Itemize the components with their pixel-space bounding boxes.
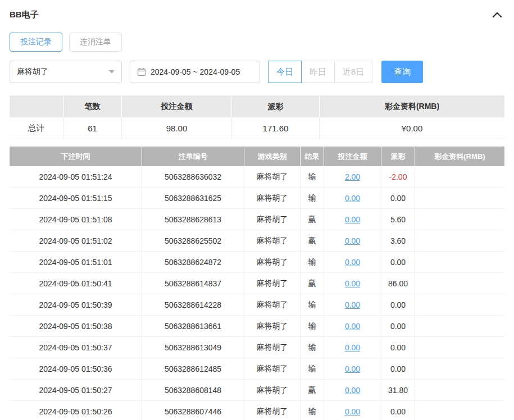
bet-amount-link[interactable]: 2.00 — [345, 172, 360, 181]
summary-total-bonus: ¥0.00 — [320, 117, 504, 139]
bonus-cell — [415, 380, 504, 401]
summary-total-payout: 171.60 — [232, 117, 320, 139]
order-number-cell: 5063288614228 — [142, 294, 244, 316]
table-header: 下注时间 注单编号 游戏类别 结果 投注金额 派彩 彩金资料(RMB) — [10, 147, 504, 166]
summary-header-payout: 派彩 — [232, 95, 320, 117]
payout-cell: 0.00 — [381, 401, 415, 420]
bet-time-cell: 2024-09-05 01:51:08 — [10, 209, 142, 230]
game-type-cell: 麻将胡了 — [244, 294, 301, 316]
col-result: 结果 — [301, 147, 324, 166]
order-number-cell: 5063288624872 — [142, 252, 244, 273]
payout-cell: 0.00 — [381, 252, 415, 273]
calendar-icon — [137, 67, 146, 76]
payout-cell: 31.80 — [381, 380, 415, 401]
payout-cell: 0.00 — [381, 337, 415, 358]
col-bet-amount: 投注金额 — [324, 147, 381, 166]
bet-amount-link[interactable]: 0.00 — [345, 258, 360, 267]
table-row: 2024-09-05 01:51:245063288636032麻将胡了输2.0… — [10, 166, 504, 188]
table-row: 2024-09-05 01:51:015063288624872麻将胡了输0.0… — [10, 252, 504, 273]
bet-amount-link[interactable]: 0.00 — [345, 215, 360, 224]
result-cell: 输 — [301, 252, 324, 273]
game-type-cell: 麻将胡了 — [244, 230, 301, 252]
summary-header-bet-amount: 投注金额 — [122, 95, 232, 117]
result-cell: 输 — [301, 358, 324, 380]
bet-time-cell: 2024-09-05 01:50:26 — [10, 401, 142, 420]
page: BB电子 投注记录 连消注单 麻将胡了 — [0, 0, 514, 420]
game-type-cell: 麻将胡了 — [244, 252, 301, 273]
order-number-cell: 5063288628613 — [142, 209, 244, 230]
search-button[interactable]: 查询 — [381, 61, 423, 83]
table-row: 2024-09-05 01:50:395063288614228麻将胡了输0.0… — [10, 294, 504, 316]
tab-cancelled-orders[interactable]: 连消注单 — [69, 33, 122, 52]
date-range-picker[interactable]: 2024-09-05 ~ 2024-09-05 — [130, 61, 260, 83]
payout-cell: 0.00 — [381, 294, 415, 316]
tab-bar: 投注记录 连消注单 — [10, 33, 504, 52]
bet-time-cell: 2024-09-05 01:51:01 — [10, 252, 142, 273]
bet-amount-cell: 0.00 — [324, 252, 381, 273]
summary-total-bet-amount: 98.00 — [122, 117, 232, 139]
result-cell: 赢 — [301, 230, 324, 252]
table-body: 2024-09-05 01:51:245063288636032麻将胡了输2.0… — [10, 166, 504, 420]
result-cell: 赢 — [301, 209, 324, 230]
game-type-cell: 麻将胡了 — [244, 358, 301, 380]
payout-cell: 5.60 — [381, 209, 415, 230]
bet-time-cell: 2024-09-05 01:50:38 — [10, 316, 142, 337]
bet-time-cell: 2024-09-05 01:50:37 — [10, 337, 142, 358]
table-row: 2024-09-05 01:51:085063288628613麻将胡了赢0.0… — [10, 209, 504, 230]
table-row: 2024-09-05 01:50:265063288607446麻将胡了输0.0… — [10, 401, 504, 420]
order-number-cell: 5063288612485 — [142, 358, 244, 380]
game-type-cell: 麻将胡了 — [244, 316, 301, 337]
summary-total-row: 总计 61 98.00 171.60 ¥0.00 — [10, 117, 504, 139]
summary-table: 笔数 投注金额 派彩 彩金资料(RMB) 总计 61 98.00 171.60 … — [10, 95, 504, 139]
result-cell: 输 — [301, 401, 324, 420]
bet-amount-link[interactable]: 0.00 — [345, 407, 360, 416]
game-type-cell: 麻将胡了 — [244, 188, 301, 209]
quick-today-button[interactable]: 今日 — [268, 61, 302, 83]
quick-last8days-button[interactable]: 近8日 — [334, 61, 372, 83]
bet-time-cell: 2024-09-05 01:51:02 — [10, 230, 142, 252]
bet-amount-link[interactable]: 0.00 — [345, 279, 360, 288]
payout-cell: 0.00 — [381, 316, 415, 337]
bet-amount-cell: 0.00 — [324, 401, 381, 420]
summary-header-row: 笔数 投注金额 派彩 彩金资料(RMB) — [10, 95, 504, 117]
game-select-value: 麻将胡了 — [17, 67, 48, 77]
bet-time-cell: 2024-09-05 01:50:41 — [10, 273, 142, 294]
bet-time-cell: 2024-09-05 01:50:27 — [10, 380, 142, 401]
table-row: 2024-09-05 01:50:415063288614837麻将胡了赢0.0… — [10, 273, 504, 294]
chevron-up-icon — [492, 11, 502, 18]
bonus-cell — [415, 209, 504, 230]
payout-cell: 0.00 — [381, 358, 415, 380]
result-cell: 输 — [301, 337, 324, 358]
table-row: 2024-09-05 01:50:375063288613049麻将胡了输0.0… — [10, 337, 504, 358]
page-title: BB电子 — [10, 10, 39, 20]
result-cell: 输 — [301, 316, 324, 337]
bet-amount-cell: 0.00 — [324, 380, 381, 401]
result-cell: 输 — [301, 188, 324, 209]
game-select[interactable]: 麻将胡了 — [10, 61, 122, 83]
bet-amount-link[interactable]: 0.00 — [345, 322, 360, 331]
bet-amount-link[interactable]: 0.00 — [345, 194, 360, 203]
tab-bet-records[interactable]: 投注记录 — [10, 33, 62, 52]
game-type-cell: 麻将胡了 — [244, 273, 301, 294]
bet-amount-link[interactable]: 0.00 — [345, 364, 360, 373]
table-row: 2024-09-05 01:50:275063288608148麻将胡了赢0.0… — [10, 380, 504, 401]
bonus-cell — [415, 188, 504, 209]
bet-amount-link[interactable]: 0.00 — [345, 236, 360, 245]
summary-header-bonus: 彩金资料(RMB) — [320, 95, 504, 117]
order-number-cell: 5063288608148 — [142, 380, 244, 401]
col-payout: 派彩 — [381, 147, 415, 166]
filter-bar: 麻将胡了 2024-09-05 ~ 2024-09-05 今日 昨日 近8日 查… — [10, 61, 504, 83]
payout-cell: 3.60 — [381, 230, 415, 252]
game-type-cell: 麻将胡了 — [244, 401, 301, 420]
quick-date-group: 今日 昨日 近8日 — [268, 61, 372, 83]
bet-amount-cell: 0.00 — [324, 273, 381, 294]
collapse-button[interactable] — [490, 9, 504, 20]
game-type-cell: 麻将胡了 — [244, 337, 301, 358]
bet-amount-link[interactable]: 0.00 — [345, 300, 360, 309]
bet-amount-link[interactable]: 0.00 — [345, 386, 360, 395]
result-cell: 赢 — [301, 273, 324, 294]
summary-header-blank — [10, 95, 63, 117]
quick-yesterday-button[interactable]: 昨日 — [301, 61, 335, 83]
bet-amount-link[interactable]: 0.00 — [345, 343, 360, 352]
bonus-cell — [415, 337, 504, 358]
